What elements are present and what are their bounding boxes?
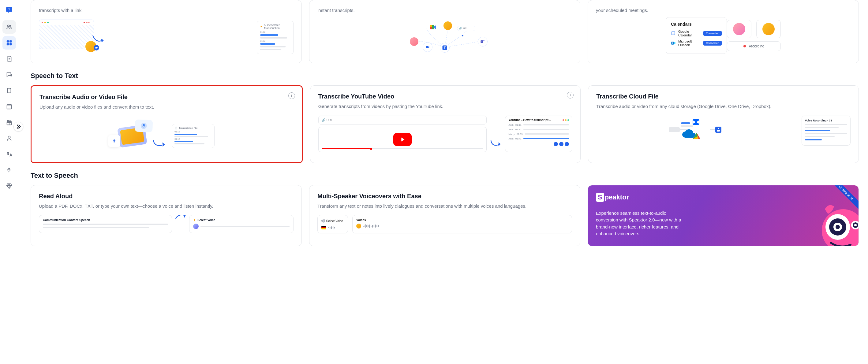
- card-speaktor-promo[interactable]: Coming Soon Speaktor Experience seamless…: [588, 185, 859, 246]
- card-description: Generate transcripts from videos by past…: [318, 103, 572, 110]
- main-content: transcripts with a link. REC: [18, 0, 868, 364]
- section-heading-text-to-speech: Text to Speech: [31, 172, 859, 179]
- svg-text:T: T: [8, 8, 10, 11]
- card-description: Transform any text or notes into lively …: [317, 203, 572, 210]
- svg-rect-6: [9, 43, 12, 45]
- card-multi-speaker[interactable]: Multi-Speaker Voiceovers with Ease Trans…: [309, 185, 580, 246]
- card-illustration: Calendars 31 Google Calendar Connected O…: [596, 17, 850, 54]
- card-description: transcripts with a link.: [39, 8, 293, 13]
- rec-label: REC: [86, 21, 91, 24]
- card-illustration: Communication Content Speech ✦Select Voi…: [39, 215, 293, 233]
- sidebar-plugin-icon[interactable]: [2, 163, 16, 177]
- transcription-file-label: Transcription File: [179, 127, 197, 129]
- svg-rect-14: [430, 27, 432, 29]
- participant-tile: [756, 20, 781, 38]
- outlook-label: Microsoft Outlook: [678, 39, 701, 47]
- card-calendar-integration[interactable]: your scheduled meetings. Calendars 31 Go…: [588, 0, 859, 63]
- sidebar-premium-icon[interactable]: [2, 179, 16, 193]
- svg-point-1: [8, 25, 9, 27]
- svg-point-17: [483, 40, 485, 41]
- card-illustration: REC ✦AI Generated Transcription: [39, 17, 293, 57]
- app-logo[interactable]: T: [2, 3, 16, 16]
- card-read-aloud[interactable]: Read Aloud Upload a PDF, DOCx, TXT, or t…: [31, 185, 302, 246]
- svg-point-39: [854, 224, 857, 226]
- google-meet-icon: [429, 23, 437, 31]
- sidebar-document-icon[interactable]: [2, 52, 16, 65]
- svg-point-2: [9, 25, 11, 27]
- google-calendar-icon: 31: [671, 31, 676, 36]
- card-live-transcription[interactable]: instant transcripts. T 🔗URL T: [309, 0, 580, 63]
- svg-text:O: O: [672, 42, 673, 44]
- expand-sidebar-button[interactable]: [13, 122, 23, 132]
- svg-text:T: T: [444, 45, 446, 49]
- camera-icon: [94, 45, 99, 51]
- card-description: instant transcripts.: [317, 8, 572, 13]
- calendars-heading: Calendars: [671, 22, 722, 27]
- svg-rect-13: [430, 25, 432, 27]
- card-illustration: Select Voice Voices: [317, 215, 572, 233]
- voices-label: Voices: [356, 219, 568, 222]
- sidebar: T: [0, 0, 18, 364]
- info-icon[interactable]: i: [288, 92, 295, 99]
- sidebar-notes-icon[interactable]: [2, 84, 16, 97]
- sidebar-translate-icon[interactable]: [2, 147, 16, 161]
- recording-indicator: Recording: [727, 41, 781, 51]
- svg-point-36: [836, 225, 840, 229]
- sidebar-calendar-icon[interactable]: [2, 100, 16, 113]
- card-description: Transcribe audio or video from any cloud…: [596, 103, 850, 110]
- participant-tile: [727, 20, 751, 38]
- card-illustration: 📄Transcription File 01:12 01:12: [39, 116, 294, 156]
- card-illustration: 🔗URL Youtube - How to transcript... Jack…: [318, 115, 572, 152]
- connected-badge: Connected: [703, 41, 722, 45]
- select-voice-label: Select Voice: [197, 219, 215, 222]
- sidebar-dashboard-icon[interactable]: [2, 36, 16, 49]
- card-title: Multi-Speaker Voiceovers with Ease: [317, 193, 572, 200]
- svg-rect-7: [7, 105, 12, 109]
- select-voice-label: Select Voice: [326, 219, 343, 223]
- svg-text:31: 31: [673, 33, 675, 35]
- avatar: [409, 37, 419, 46]
- card-illustration: T 🔗URL T: [317, 17, 572, 57]
- url-input-pill: 🔗URL: [318, 115, 487, 125]
- svg-point-9: [8, 136, 10, 138]
- svg-rect-29: [717, 130, 720, 132]
- card-description: Upload a PDF, DOCx, TXT, or type your ow…: [39, 203, 293, 210]
- url-pill: 🔗URL: [457, 26, 475, 31]
- card-title: Transcribe YouTube Video: [318, 93, 572, 100]
- svg-rect-31: [681, 125, 693, 127]
- svg-rect-30: [681, 122, 690, 124]
- svg-text:T: T: [481, 40, 483, 42]
- voice-recording-label: Voice Recording - 03: [805, 119, 847, 122]
- upload-icon: [108, 135, 120, 147]
- youtube-transcript-title: Youtube - How to transcript...: [508, 119, 551, 122]
- card-transcribe-youtube[interactable]: i Transcribe YouTube Video Generate tran…: [310, 85, 581, 163]
- connected-badge: Connected: [703, 31, 722, 36]
- section-heading-speech-to-text: Speech to Text: [31, 72, 859, 80]
- svg-point-28: [718, 128, 719, 129]
- svg-rect-5: [7, 43, 9, 45]
- youtube-player: [318, 127, 487, 152]
- card-transcribe-file[interactable]: i Transcribe Audio or Video File Upload …: [31, 85, 303, 163]
- sidebar-chat-icon[interactable]: [2, 68, 16, 81]
- card-transcribe-cloud[interactable]: Transcribe Cloud File Transcribe audio o…: [588, 85, 859, 163]
- svg-rect-23: [674, 42, 675, 44]
- avatar: [356, 224, 361, 229]
- info-icon[interactable]: i: [567, 92, 574, 99]
- card-record-meeting[interactable]: transcripts with a link. REC: [31, 0, 302, 63]
- germany-flag-icon: [321, 226, 326, 229]
- google-calendar-label: Google Calendar: [678, 30, 701, 37]
- sidebar-team-icon[interactable]: [2, 20, 16, 34]
- play-icon: [393, 133, 412, 146]
- card-description: Experience seamless text-to-audio conver…: [596, 210, 682, 237]
- transkriptor-node-icon: T: [440, 43, 450, 53]
- outlook-icon: O: [671, 41, 676, 45]
- audio-icon: [135, 119, 153, 132]
- svg-rect-3: [7, 40, 9, 42]
- speaktor-mascot-icon: [813, 200, 859, 246]
- illustration-title: AI Generated Transcription: [264, 24, 290, 30]
- card-title: Read Aloud: [39, 193, 293, 200]
- sidebar-profile-icon[interactable]: [2, 132, 16, 145]
- svg-rect-4: [9, 40, 12, 42]
- teams-icon: T: [478, 37, 488, 46]
- video-icon: [423, 42, 432, 52]
